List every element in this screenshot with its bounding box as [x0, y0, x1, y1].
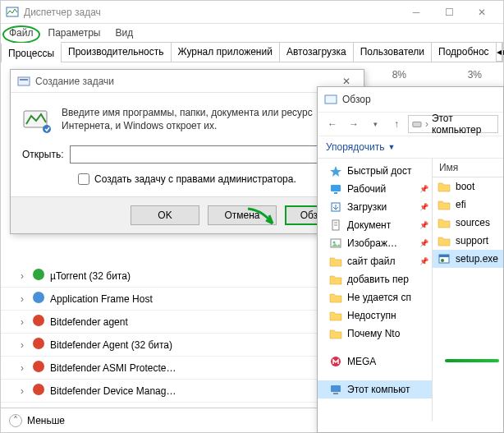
expand-chevron-icon[interactable]: › — [21, 270, 32, 282]
menu-file[interactable]: Файл — [9, 27, 34, 39]
address-path: Этот компьютер — [432, 113, 494, 136]
header-mem[interactable]: 8% — [373, 69, 406, 81]
process-icon — [32, 268, 50, 283]
minimize-button[interactable]: ─ — [400, 2, 433, 22]
expand-chevron-icon[interactable]: › — [21, 316, 32, 328]
admin-checkbox[interactable] — [78, 173, 89, 185]
svg-rect-7 — [18, 77, 30, 85]
file-item[interactable]: sources — [433, 214, 503, 232]
svg-point-3 — [33, 315, 44, 326]
cancel-button[interactable]: Отмена — [208, 205, 277, 225]
tab-startup[interactable]: Автозагрузка — [279, 42, 354, 62]
dialog-title: Создание задачи — [35, 76, 114, 87]
tabs-scroll-left[interactable]: ◂ — [496, 42, 502, 62]
file-item[interactable]: support — [433, 232, 503, 250]
explorer-toolbar: Упорядочить ▼ — [318, 136, 503, 159]
tab-users[interactable]: Пользователи — [353, 42, 432, 62]
maximize-button[interactable]: ☐ — [433, 2, 465, 22]
column-header-name[interactable]: Имя — [433, 159, 503, 177]
process-icon — [32, 383, 50, 398]
tree-item-label: Рабочий — [347, 183, 386, 195]
header-disk[interactable]: 3% — [449, 69, 482, 81]
titlebar: Диспетчер задач ─ ☐ ✕ — [1, 1, 503, 24]
tree-item-label: сайт файл — [347, 256, 395, 267]
dialog-close-button[interactable]: ✕ — [336, 76, 357, 87]
nav-tree: Быстрый достРабочийЗагрузкиДокументИзобр… — [318, 159, 433, 421]
svg-rect-0 — [7, 7, 18, 16]
svg-point-4 — [33, 338, 44, 349]
svg-rect-15 — [334, 192, 337, 194]
tree-item[interactable]: добавить пер — [318, 270, 432, 288]
tab-details[interactable]: Подробнос — [431, 42, 497, 62]
file-item[interactable]: efi — [433, 196, 503, 214]
tree-item[interactable]: Не удается сп — [318, 288, 432, 306]
svg-point-5 — [33, 361, 44, 372]
tree-item-label: Не удается сп — [347, 292, 411, 303]
tree-item-label: добавить пер — [347, 274, 409, 285]
svg-point-2 — [33, 292, 44, 303]
svg-point-27 — [441, 259, 444, 262]
tree-item-label: Почему Nto — [347, 328, 400, 339]
explorer-titlebar: Обзор — [318, 87, 503, 112]
collapse-icon[interactable]: ˄ — [9, 414, 22, 427]
menubar: Файл Параметры Вид — [1, 24, 503, 42]
tree-item[interactable]: Рабочий — [318, 180, 432, 198]
process-icon — [32, 314, 50, 329]
nav-back-button[interactable]: ← — [323, 115, 342, 133]
menu-options[interactable]: Параметры — [48, 27, 101, 39]
footer-label[interactable]: Меньше — [27, 415, 65, 426]
tab-app-history[interactable]: Журнал приложений — [171, 42, 280, 62]
menu-view[interactable]: Вид — [115, 27, 133, 39]
task-manager-icon — [6, 6, 19, 19]
dialog-description: Введите имя программы, папки, документа … — [62, 106, 352, 136]
svg-rect-14 — [331, 185, 341, 191]
svg-rect-11 — [325, 95, 337, 104]
tree-item[interactable]: Почему Nto — [318, 325, 432, 343]
svg-marker-13 — [330, 166, 341, 177]
create-task-dialog: Создание задачи ✕ Введите имя программы,… — [10, 69, 364, 234]
open-label: Открыть: — [22, 149, 63, 160]
organize-button[interactable]: Упорядочить — [326, 141, 384, 153]
expand-chevron-icon[interactable]: › — [21, 385, 32, 397]
process-icon — [32, 360, 50, 375]
tree-item[interactable]: Изображ… — [318, 234, 432, 252]
open-input[interactable] — [70, 145, 352, 164]
tree-item[interactable]: сайт файл — [318, 252, 432, 270]
dialog-titlebar: Создание задачи ✕ — [11, 70, 364, 93]
tree-item[interactable]: Быстрый дост — [318, 162, 432, 180]
tree-item[interactable]: Недоступн — [318, 306, 432, 325]
tab-performance[interactable]: Производительность — [61, 42, 171, 62]
svg-rect-24 — [333, 393, 338, 394]
file-item[interactable]: setup.exe — [433, 250, 503, 268]
svg-rect-23 — [331, 385, 341, 392]
file-item[interactable]: boot — [433, 177, 503, 196]
tree-item-label: Загрузки — [347, 201, 387, 213]
file-item-label: sources — [456, 217, 490, 228]
tree-item-label: Этот компьют — [347, 384, 410, 395]
close-button[interactable]: ✕ — [465, 2, 498, 22]
tree-item[interactable]: Загрузки — [318, 198, 432, 216]
admin-checkbox-label[interactable]: Создать задачу с правами администратора. — [94, 173, 296, 185]
tab-processes[interactable]: Процессы — [1, 43, 62, 62]
file-item-label: setup.exe — [456, 253, 498, 265]
expand-chevron-icon[interactable]: › — [21, 362, 32, 374]
nav-recent-button[interactable]: ▾ — [365, 115, 385, 133]
nav-up-button[interactable]: ↑ — [387, 115, 406, 133]
file-item-label: boot — [456, 181, 474, 192]
svg-point-6 — [33, 384, 44, 395]
tree-item[interactable]: Этот компьют — [318, 380, 432, 398]
ok-button[interactable]: OK — [131, 205, 199, 225]
process-icon — [32, 337, 50, 352]
expand-chevron-icon[interactable]: › — [21, 293, 32, 305]
nav-forward-button[interactable]: → — [344, 115, 364, 133]
tree-item-label: MEGA — [347, 356, 376, 367]
tree-item[interactable]: Документ — [318, 216, 432, 234]
explorer-window: Обзор ← → ▾ ↑ › Этот компьютер Упорядочи… — [317, 86, 504, 433]
tabs: Процессы Производительность Журнал прило… — [1, 42, 503, 62]
expand-chevron-icon[interactable]: › — [21, 339, 32, 351]
tree-item[interactable]: MEGA — [318, 352, 432, 371]
address-bar[interactable]: › Этот компьютер — [408, 115, 498, 133]
explorer-navbar: ← → ▾ ↑ › Этот компьютер — [318, 112, 503, 136]
tree-item-label: Быстрый дост — [347, 165, 412, 177]
tree-item-label: Документ — [347, 219, 391, 231]
